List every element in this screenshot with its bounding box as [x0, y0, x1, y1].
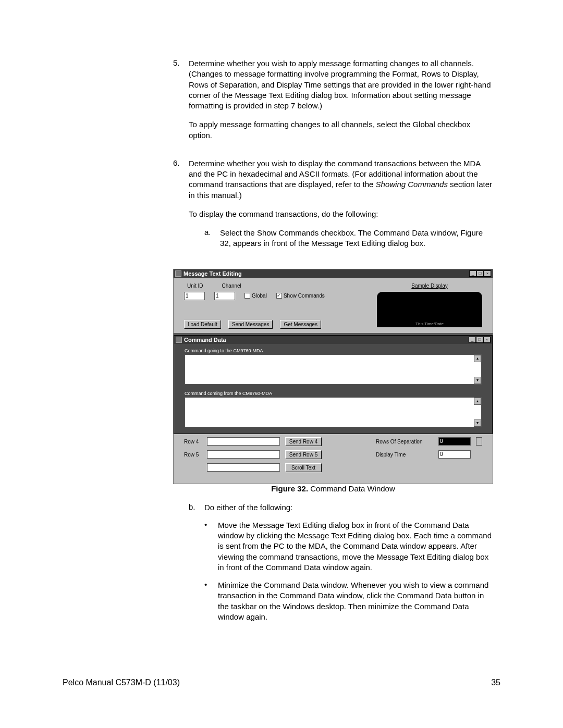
scroll-text-button[interactable]: Scroll Text — [285, 463, 322, 472]
inner-maximize-icon[interactable]: □ — [476, 337, 483, 343]
inner-close-icon[interactable]: × — [483, 337, 491, 343]
item6-p2: To display the command transactions, do … — [189, 209, 493, 219]
get-messages-button[interactable]: Get Messages — [280, 320, 321, 329]
item6-p1: Determine whether you wish to display th… — [189, 158, 493, 201]
scroll-up-icon-2[interactable]: ▴ — [474, 398, 481, 405]
rows-sep-input[interactable]: 0 — [438, 437, 471, 446]
load-default-button[interactable]: Load Default — [184, 320, 221, 329]
maximize-icon[interactable]: □ — [476, 270, 484, 277]
send-messages-button[interactable]: Send Messages — [228, 320, 273, 329]
rows-sep-spinner[interactable] — [476, 437, 482, 446]
footer-left: Pelco Manual C573M-D (11/03) — [63, 678, 180, 687]
inner-titlebar: Command Data _ □ × — [174, 336, 492, 344]
scroll-down-icon[interactable]: ▾ — [474, 377, 481, 384]
outer-title: Message Text Editing — [183, 270, 242, 277]
item5-p1: Determine whether you wish to apply mess… — [189, 58, 493, 111]
row4-label: Row 4 — [184, 439, 207, 445]
scroll-up-icon[interactable]: ▴ — [474, 355, 481, 362]
sub-letter-a: a. — [204, 228, 220, 249]
sub-a-text: Select the Show Commands checkbox. The C… — [220, 228, 493, 249]
figure-caption: Figure 32. Command Data Window — [173, 484, 493, 493]
rows-sep-label: Rows Of Separation — [376, 439, 433, 445]
bullet-icon: • — [204, 580, 218, 622]
send-row5-button[interactable]: Send Row 5 — [285, 450, 322, 459]
item5-p2: To apply message formatting changes to a… — [189, 119, 493, 141]
outer-titlebar: Message Text Editing _ □ × — [174, 269, 493, 278]
scroll-down-icon-2[interactable]: ▾ — [474, 419, 481, 427]
channel-label: Channel — [222, 283, 241, 289]
sub-letter-b: b. — [189, 502, 204, 513]
sub-b-text: Do either of the following: — [204, 502, 493, 513]
inner-minimize-icon[interactable]: _ — [469, 337, 476, 343]
app-icon — [175, 270, 181, 277]
bullet2-text: Minimize the Command Data window. Whenev… — [218, 580, 493, 622]
send-row4-button[interactable]: Send Row 4 — [285, 437, 322, 446]
sample-display-link[interactable]: Sample Display — [377, 283, 482, 289]
row5-label: Row 5 — [184, 452, 207, 458]
unit-id-label: Unit ID — [187, 283, 203, 289]
global-checkbox[interactable]: Global — [244, 293, 267, 299]
minimize-icon[interactable]: _ — [469, 270, 476, 277]
coming-textarea[interactable]: ▴ ▾ — [185, 397, 482, 427]
display-time-label: Display Time — [376, 452, 433, 458]
display-time-input[interactable]: 0 — [438, 450, 471, 459]
row4-input[interactable] — [207, 437, 280, 446]
sample-display-screen: This Time/Date — [377, 292, 482, 327]
close-icon[interactable]: × — [484, 270, 491, 277]
coming-label: Command coming from the CM9760-MDA — [185, 391, 482, 396]
show-commands-checkbox[interactable]: ✓Show Commands — [276, 293, 325, 299]
going-textarea[interactable]: ▴ ▾ — [185, 354, 482, 385]
figure-screenshot: Message Text Editing _ □ × Unit ID Chann… — [173, 269, 493, 484]
row5-input[interactable] — [207, 450, 280, 459]
bullet1-text: Move the Message Text Editing dialog box… — [218, 520, 493, 573]
page-number: 35 — [491, 678, 500, 687]
list-number-5: 5. — [173, 58, 189, 149]
inner-title: Command Data — [184, 337, 226, 343]
bullet-icon: • — [204, 520, 218, 573]
scroll-text-input[interactable] — [207, 463, 280, 472]
inner-app-icon — [176, 337, 182, 343]
unit-id-input[interactable]: 1 — [184, 292, 205, 300]
going-label: Command going to the CM9760-MDA — [185, 348, 482, 353]
list-number-6: 6. — [173, 158, 189, 256]
channel-input[interactable]: 1 — [214, 292, 235, 300]
